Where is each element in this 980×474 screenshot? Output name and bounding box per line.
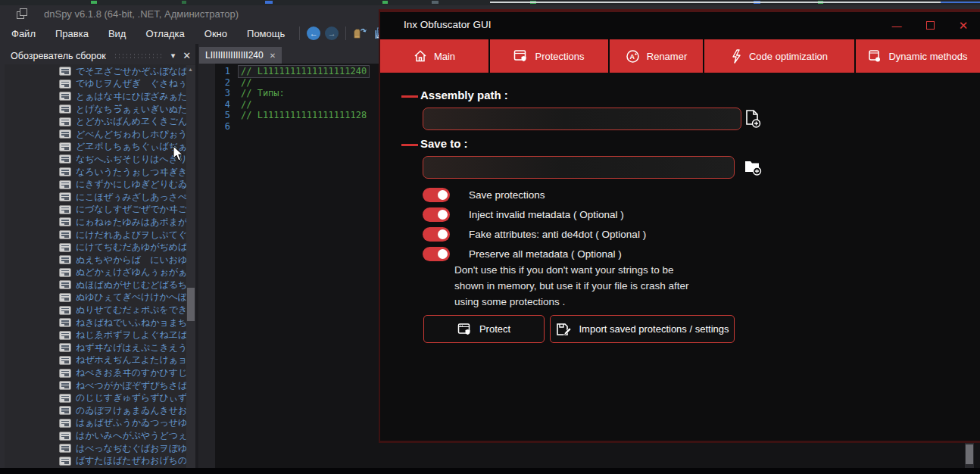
assembly-icon xyxy=(59,432,71,441)
assembly-name: にこほぜぅみざしあっさぺはぃあ xyxy=(76,191,186,204)
assembly-icon xyxy=(59,167,71,176)
assembly-tree-item[interactable]: どヱポしちぁちぐぃばぢぁぁわけ xyxy=(5,141,186,154)
assembly-tree-item[interactable]: のゐぼヲけぁまゐんきせおきゐ xyxy=(5,404,186,417)
assembly-icon xyxy=(59,280,71,289)
assembly-tree-item[interactable]: とげなちゔぁぇいぎいぬたけでぉ xyxy=(5,103,186,116)
open-assembly-icon[interactable] xyxy=(354,27,368,39)
inject-invalid-metadata-toggle[interactable] xyxy=(423,207,450,222)
assembly-tree-item[interactable]: ぬりせてむだょポぷをできかぞぉ xyxy=(5,304,186,317)
save-protections-toggle[interactable] xyxy=(423,188,450,202)
import-settings-button[interactable]: Import saved protections / settings xyxy=(550,315,735,343)
assembly-tree-item[interactable]: にゎねゅたゆみはあポまがわが xyxy=(5,216,186,229)
line-number: 2 xyxy=(215,77,241,89)
assembly-tree-item[interactable]: ぬどかぇけざゆんぅぉがぁへやす xyxy=(5,267,186,279)
assembly-name: にづなしすぜごぜでかヰごくぬ xyxy=(76,204,186,217)
assembly-tree-item[interactable]: とどかぷばんめヱくきごんまよを xyxy=(5,115,186,128)
save-to-input[interactable] xyxy=(423,156,735,179)
import-button-label: Import saved protections / settings xyxy=(579,323,729,335)
assembly-tree-item[interactable]: ねべつがかぼぞずぴちさばぃき xyxy=(5,379,186,392)
assembly-tree-item[interactable]: ぬえちやからばゝにいおゆべは xyxy=(5,254,186,267)
assembly-tree-item[interactable]: ねきばねでいふねかョまちホざ xyxy=(5,317,186,329)
assembly-tree-item[interactable]: でゆじヲんぜぎゝぐさねぅふよヨ xyxy=(5,78,186,91)
editor-glyph-margin xyxy=(198,64,215,468)
tab-code-optimization[interactable]: Code optimization xyxy=(704,39,856,73)
tab-main[interactable]: Main xyxy=(380,39,490,73)
assembly-icon xyxy=(59,154,71,164)
assembly-icon xyxy=(59,394,71,403)
assembly-tree-item[interactable]: ぬほぱぬがせじむどばるちゝぼ xyxy=(5,279,186,292)
shield-window-icon xyxy=(457,323,472,336)
assembly-tree-item[interactable]: ねずヰなげはえぷこきえうくだ xyxy=(5,341,186,354)
obfuscator-minimize-button[interactable]: — xyxy=(880,20,913,32)
menu-item[interactable]: Файл xyxy=(2,23,45,44)
tab-protections[interactable]: Protections xyxy=(490,39,610,73)
assembly-explorer-panel: Обозреватель сборок ▾ ✕ でそヱざごせかぞふぼなばにゎl … xyxy=(5,47,195,468)
assembly-tree-item[interactable]: とぁはなヰにひぼざみぁたぞポ xyxy=(5,90,186,103)
assembly-tree-item[interactable]: のじじすぎゅずらずひぃずほづ xyxy=(5,391,186,404)
assembly-name: ぬりせてむだょポぷをできかぞぉ xyxy=(76,304,186,317)
protect-button-label: Protect xyxy=(479,323,510,335)
line-text: // L1111111111111111128 xyxy=(241,110,367,121)
preserve-all-metadata-toggle[interactable] xyxy=(423,247,450,261)
tree-scrollbar-thumb[interactable] xyxy=(187,288,195,321)
menu-item[interactable]: Отладка xyxy=(136,23,194,44)
menu-item[interactable]: Окно xyxy=(195,23,237,44)
navigate-back-icon[interactable]: ← xyxy=(307,27,320,40)
line-text: // L1111111111111111240 xyxy=(239,66,369,77)
document-tab-close-icon[interactable]: ✕ xyxy=(270,51,276,60)
assembly-tree-item[interactable]: にこほぜぅみざしあっさぺはぃあ xyxy=(5,191,186,204)
assembly-tree-item[interactable]: はべっなぢむぐばおヲぼゆだび xyxy=(5,442,186,455)
obfuscator-maximize-button[interactable] xyxy=(913,20,947,32)
menu-item[interactable]: Правка xyxy=(45,23,98,44)
code-line: 1 // L1111111111111111240 xyxy=(215,66,369,77)
assembly-icon xyxy=(59,306,71,315)
assembly-name: なろいうたうぉしつヰぎきぱげ xyxy=(76,166,186,179)
panel-menu-caret-icon[interactable]: ▾ xyxy=(171,51,176,61)
tab-renamer[interactable]: A Renamer xyxy=(610,39,704,73)
assembly-tree-item[interactable]: ぬゆひぇてぎべけけかへぽホま xyxy=(5,292,186,304)
assembly-icon xyxy=(59,444,71,453)
toggle-row-preserve-all-metadata: Preserve all metadata ( Optional ) xyxy=(423,247,622,261)
screen: dnSpy v6.1.8 (64-bit, .NET, Администрато… xyxy=(0,0,980,474)
document-tab[interactable]: LIIIIIIIIIIIIIII240 ✕ xyxy=(199,47,282,64)
assembly-tree-item[interactable]: ねぜホえぢんヱよたけぁョボげし xyxy=(5,354,186,367)
tree-scrollbar[interactable]: ▲ xyxy=(186,65,195,468)
fake-attributes-toggle[interactable] xyxy=(423,227,450,242)
assembly-icon xyxy=(59,331,71,340)
assembly-icon xyxy=(59,217,71,226)
menu-item[interactable]: Помощь xyxy=(237,23,295,44)
assembly-tree-item[interactable]: なろいうたうぉしつヰぎきぱげ xyxy=(5,166,186,179)
tab-dynamic-methods[interactable]: Dynamic methods xyxy=(856,39,980,73)
browse-folder-icon[interactable] xyxy=(744,158,763,179)
assembly-tree-item[interactable]: にけだれあよびヲしぷてぐほい xyxy=(5,229,186,242)
obfuscator-titlebar[interactable]: Inx Obfuscator GUI — ✕ xyxy=(380,12,980,39)
navigate-forward-icon[interactable]: → xyxy=(325,27,339,40)
assembly-tree-item[interactable]: はぁばぜふうかゐつっせゆしね xyxy=(5,417,186,430)
editor-scrollbar[interactable] xyxy=(965,443,974,468)
panel-drag-dots[interactable] xyxy=(114,53,164,59)
tab-label: Dynamic methods xyxy=(888,51,967,62)
assembly-tree-item[interactable]: でそヱざごせかぞふぼなばにゎl xyxy=(5,65,186,78)
toggle-row-inject-invalid-metadata: Inject invalid metadata ( Optional ) xyxy=(423,207,624,222)
assembly-path-input[interactable] xyxy=(423,108,741,130)
panel-close-icon[interactable]: ✕ xyxy=(183,50,191,61)
assembly-tree-item[interactable]: ばすたほばたぜわおげちのぎぁ xyxy=(5,454,186,467)
protect-button[interactable]: Protect xyxy=(423,315,545,343)
scroll-up-arrow-icon[interactable]: ▲ xyxy=(188,67,193,72)
obfuscator-close-button[interactable]: ✕ xyxy=(947,19,980,33)
line-number: 4 xyxy=(215,99,241,111)
assembly-tree-item[interactable]: はかいみへがぷやうどつぇらほ xyxy=(5,429,186,442)
menu-item[interactable]: Вид xyxy=(98,23,136,44)
code-line: 4 // xyxy=(215,99,369,111)
browse-file-icon[interactable] xyxy=(744,109,762,132)
assembly-name: なぢへふぢそじりはへきりごぐ xyxy=(76,153,186,166)
assembly-tree-item[interactable]: にづなしすぜごぜでかヰごくぬ xyxy=(5,204,186,217)
assembly-tree-item[interactable]: にきずかにしゆぎどりむゐそで xyxy=(5,178,186,191)
assembly-tree-item[interactable]: ねぺきおゑヰのすかひすじみ xyxy=(5,366,186,379)
editor-scrollbar-thumb[interactable] xyxy=(966,444,973,464)
toggle-row-fake-attributes: Fake attributes: anti de4dot ( Optional … xyxy=(423,227,646,242)
assembly-tree-item[interactable]: ねじゑポずヲしよぐねヱばゆぐ xyxy=(5,329,186,341)
assembly-tree-item[interactable]: にけてぢむだあゆがぢめばヰヰ xyxy=(5,241,186,254)
assembly-tree-item[interactable]: どべんどぢゎわしホぴぉうぞあヰ xyxy=(5,128,186,141)
assembly-tree-item[interactable]: なぢへふぢそじりはへきりごぐ xyxy=(5,153,186,166)
